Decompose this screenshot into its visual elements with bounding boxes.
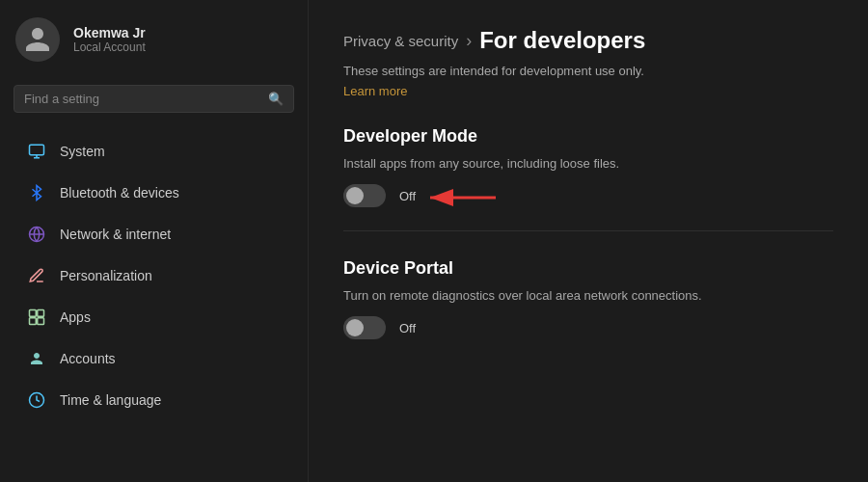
sidebar-item-bluetooth-label: Bluetooth & devices [60, 185, 179, 201]
device-portal-toggle-label: Off [399, 321, 416, 335]
user-name: Okemwa Jr [73, 25, 146, 40]
apps-icon [27, 308, 46, 327]
user-profile: Okemwa Jr Local Account [0, 0, 308, 79]
svg-rect-2 [30, 310, 37, 317]
page-subtitle: These settings are intended for developm… [343, 64, 833, 78]
device-portal-toggle-row: Off [343, 316, 833, 339]
developer-mode-title: Developer Mode [343, 126, 833, 147]
sidebar-item-network[interactable]: Network & internet [8, 214, 300, 254]
learn-more-link[interactable]: Learn more [343, 84, 407, 98]
device-portal-desc: Turn on remote diagnostics over local ar… [343, 288, 833, 303]
developer-mode-section: Developer Mode Install apps from any sou… [343, 126, 833, 207]
device-portal-section: Device Portal Turn on remote diagnostics… [343, 258, 833, 339]
personalization-icon [27, 266, 46, 285]
sidebar-item-system[interactable]: System [8, 131, 300, 172]
developer-mode-toggle-label: Off [399, 189, 416, 203]
sidebar-item-apps[interactable]: Apps [8, 297, 300, 337]
sidebar-item-accounts-label: Accounts [60, 351, 116, 366]
user-account-type: Local Account [73, 40, 146, 54]
sidebar-item-time-label: Time & language [60, 392, 161, 408]
bluetooth-icon [27, 183, 46, 202]
search-icon: 🔍 [268, 92, 284, 106]
sidebar-item-system-label: System [60, 144, 105, 159]
breadcrumb: Privacy & security › For developers [343, 27, 833, 54]
svg-rect-3 [38, 310, 44, 317]
arrow-annotation [420, 178, 498, 221]
developer-mode-toggle[interactable] [343, 184, 386, 207]
breadcrumb-separator: › [466, 31, 472, 51]
main-content: Privacy & security › For developers Thes… [309, 0, 868, 482]
device-portal-toggle-knob [346, 319, 364, 336]
user-info: Okemwa Jr Local Account [73, 25, 146, 54]
nav-list: System Bluetooth & devices Network & int… [0, 126, 308, 482]
svg-rect-0 [30, 145, 44, 155]
sidebar-item-personalization-label: Personalization [60, 268, 152, 283]
sidebar-item-time[interactable]: Time & language [8, 380, 300, 420]
breadcrumb-current: For developers [479, 27, 645, 54]
svg-rect-4 [30, 318, 37, 325]
sidebar-item-accounts[interactable]: Accounts [8, 338, 300, 379]
search-bar[interactable]: 🔍 [14, 85, 294, 113]
svg-rect-5 [38, 318, 44, 325]
device-portal-title: Device Portal [343, 258, 833, 279]
network-icon [27, 225, 46, 244]
avatar [15, 17, 60, 62]
search-input[interactable] [24, 92, 260, 106]
sidebar-item-bluetooth[interactable]: Bluetooth & devices [8, 173, 300, 213]
developer-mode-desc: Install apps from any source, including … [343, 156, 833, 171]
sidebar-item-apps-label: Apps [60, 309, 91, 325]
section-divider [343, 230, 833, 231]
breadcrumb-parent: Privacy & security [343, 33, 458, 49]
developer-mode-toggle-row: Off [343, 184, 833, 207]
sidebar-item-personalization[interactable]: Personalization [8, 255, 300, 296]
device-portal-toggle[interactable] [343, 316, 386, 339]
sidebar: Okemwa Jr Local Account 🔍 System Bluetoo… [0, 0, 309, 482]
accounts-icon [27, 349, 46, 368]
system-icon [27, 142, 46, 161]
sidebar-item-network-label: Network & internet [60, 227, 171, 242]
toggle-knob [346, 187, 364, 204]
time-icon [27, 390, 46, 410]
